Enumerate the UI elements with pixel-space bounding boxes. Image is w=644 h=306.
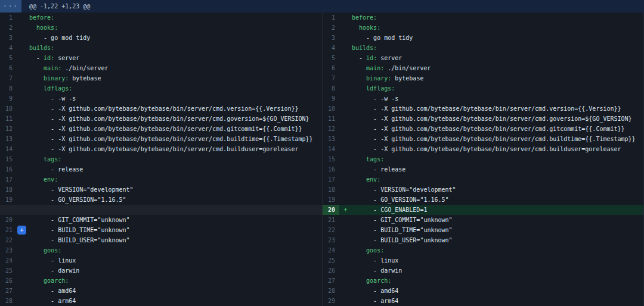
line-number[interactable]: 8 <box>323 83 339 93</box>
diff-row: 5 - id: server <box>0 53 322 63</box>
line-number[interactable]: 5 <box>0 53 17 63</box>
line-number[interactable]: 10 <box>323 104 339 114</box>
diff-pane-old: 1 before: 2 hooks: 3 - go mod tidy 4 bui… <box>0 13 322 306</box>
line-number[interactable]: 2 <box>323 23 339 33</box>
line-number[interactable]: 27 <box>323 276 339 286</box>
line-number[interactable]: 6 <box>0 63 17 73</box>
diff-row: 3 - go mod tidy <box>0 33 322 43</box>
line-number[interactable]: 28 <box>323 286 339 296</box>
diff-sign-icon <box>17 235 29 245</box>
yaml-text: - arm64 <box>352 298 398 304</box>
line-number[interactable]: 26 <box>323 266 339 276</box>
line-number[interactable]: 18 <box>0 185 17 195</box>
expand-context-button[interactable]: ··· <box>0 0 21 13</box>
diff-sign-icon <box>17 255 29 266</box>
line-number[interactable]: 26 <box>0 276 17 286</box>
line-number[interactable]: 19 <box>323 195 339 205</box>
yaml-text: - BUILD_USER="unknown" <box>352 237 453 243</box>
line-number[interactable]: 5 <box>323 53 339 63</box>
line-number[interactable]: 17 <box>0 174 17 185</box>
yaml-key: main: <box>366 65 384 71</box>
diff-row: 21 - BUILD_TIME="unknown" + <box>0 225 322 235</box>
diff-sign-icon <box>17 296 29 306</box>
line-number[interactable]: 11 <box>323 114 339 124</box>
yaml-key: goos: <box>352 247 384 254</box>
diff-sign-icon <box>17 114 29 124</box>
line-number[interactable]: 11 <box>0 114 17 124</box>
yaml-key: goos: <box>29 247 61 254</box>
diff-row: 14 - -X github.com/bytebase/bytebase/bin… <box>323 144 644 154</box>
diff-row: 9 - -w -s <box>323 93 644 104</box>
line-number[interactable]: 8 <box>0 83 17 93</box>
line-number[interactable]: 7 <box>0 73 17 83</box>
line-number[interactable]: 24 <box>323 245 339 255</box>
line-number[interactable]: 16 <box>323 164 339 174</box>
code-line: - release <box>352 164 405 174</box>
line-number[interactable]: 15 <box>323 154 339 164</box>
diff-sign-icon <box>339 255 352 266</box>
line-number[interactable]: 4 <box>0 43 17 53</box>
yaml-key: hooks: <box>352 24 380 31</box>
line-number[interactable]: 18 <box>323 185 339 195</box>
line-number[interactable]: 25 <box>323 255 339 266</box>
yaml-text: - <box>352 55 366 61</box>
yaml-text: - -X github.com/bytebase/bytebase/bin/se… <box>29 105 299 112</box>
line-number[interactable]: 2 <box>0 23 17 33</box>
line-number[interactable]: 1 <box>0 13 17 23</box>
line-number[interactable]: 27 <box>0 286 17 296</box>
line-number[interactable]: 23 <box>0 245 17 255</box>
diff-pane-new: 1 before: 2 hooks: 3 - go mod tidy 4 bui… <box>322 13 644 306</box>
diff-row: 3 - go mod tidy <box>323 33 644 43</box>
line-number[interactable]: 13 <box>0 134 17 144</box>
diff-row: 28 - arm64 <box>0 296 322 306</box>
line-number[interactable]: 12 <box>323 124 339 134</box>
line-number[interactable]: 19 <box>0 195 17 205</box>
code-line: - BUILD_USER="unknown" <box>352 235 453 245</box>
line-number[interactable]: 28 <box>0 296 17 306</box>
line-number[interactable]: 3 <box>323 33 339 43</box>
yaml-key: builds: <box>352 45 377 51</box>
line-number[interactable]: 22 <box>0 235 17 245</box>
add-comment-button[interactable]: + <box>17 226 26 235</box>
line-number[interactable]: 20 <box>323 205 339 215</box>
line-number[interactable]: 10 <box>0 104 17 114</box>
line-number[interactable]: 20 <box>0 215 17 225</box>
line-number[interactable]: 21 <box>323 215 339 225</box>
diff-sign-icon <box>17 144 29 154</box>
diff-row: 23 - BUILD_USER="unknown" <box>323 235 644 245</box>
diff-row: 26 - darwin <box>323 266 644 276</box>
diff-sign-icon <box>339 174 352 185</box>
line-number[interactable]: 13 <box>323 134 339 144</box>
line-number[interactable]: 9 <box>323 93 339 104</box>
line-number[interactable]: 9 <box>0 93 17 104</box>
line-number[interactable]: 12 <box>0 124 17 134</box>
line-number[interactable] <box>0 205 17 215</box>
code-line: - linux <box>29 255 76 266</box>
line-number[interactable]: 25 <box>0 266 17 276</box>
line-number[interactable]: 4 <box>323 43 339 53</box>
code-line: - darwin <box>29 266 79 276</box>
line-number[interactable]: 14 <box>323 144 339 154</box>
diff-sign-icon <box>339 276 352 286</box>
code-line: - darwin <box>352 266 402 276</box>
line-number[interactable]: 24 <box>0 255 17 266</box>
line-number[interactable]: 7 <box>323 73 339 83</box>
line-number[interactable]: 14 <box>0 144 17 154</box>
line-number[interactable]: 15 <box>0 154 17 164</box>
line-number[interactable]: 17 <box>323 174 339 185</box>
line-number[interactable]: 3 <box>0 33 17 43</box>
yaml-text: - amd64 <box>352 288 398 294</box>
code-line: - -X github.com/bytebase/bytebase/bin/se… <box>29 144 299 154</box>
yaml-text: - CGO_ENABLED=1 <box>352 207 427 213</box>
code-line: main: ./bin/server <box>29 63 108 73</box>
line-number[interactable]: 22 <box>323 225 339 235</box>
line-number[interactable]: 23 <box>323 235 339 245</box>
diff-row: 20 + - CGO_ENABLED=1 <box>323 205 644 215</box>
line-number[interactable]: 1 <box>323 13 339 23</box>
line-number[interactable]: 6 <box>323 63 339 73</box>
line-number[interactable]: 21 <box>0 225 17 235</box>
line-number[interactable]: 29 <box>323 296 339 306</box>
diff-row: 8 ldflags: <box>323 83 644 93</box>
line-number[interactable]: 16 <box>0 164 17 174</box>
diff-row: 23 goos: <box>0 245 322 255</box>
